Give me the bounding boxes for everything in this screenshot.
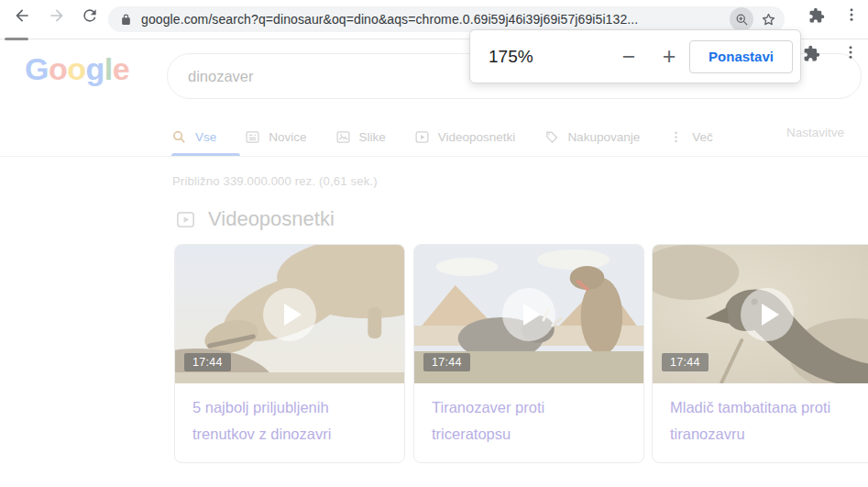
video-card[interactable]: 17:44 5 najbolj priljubljenih trenutkov …	[174, 244, 405, 463]
newspaper-icon	[245, 129, 260, 145]
tab-label: Vse	[195, 130, 216, 144]
extensions-icon[interactable]	[808, 7, 825, 24]
video-title-link[interactable]: 5 najbolj priljubljenih trenutkov z dino…	[175, 383, 404, 448]
zoom-popup: 175% − + Ponastavi	[469, 29, 801, 83]
videos-section-header: Videoposnetki	[175, 207, 335, 231]
video-thumbnail[interactable]: 17:44	[175, 245, 404, 383]
browser-window: google.com/search?q=dinosaur&oq=dino&aqs…	[0, 0, 868, 487]
play-button-overlay[interactable]	[502, 288, 555, 341]
settings-link[interactable]: Nastavitve	[786, 126, 844, 139]
tabs-divider	[0, 156, 868, 157]
tab-label: Več	[692, 130, 713, 144]
tab-label: Videoposnetki	[438, 130, 516, 144]
address-bar[interactable]: google.com/search?q=dinosaur&oq=dino&aqs…	[108, 6, 785, 32]
tab-all[interactable]: Vse	[171, 129, 216, 145]
refresh-icon[interactable]	[81, 6, 99, 25]
logo-letter: G	[25, 51, 49, 86]
tab-label: Slike	[359, 130, 386, 144]
logo-letter: e	[113, 51, 129, 86]
video-title-link[interactable]: Tiranozaver proti triceratopsu	[414, 383, 643, 448]
search-icon	[171, 129, 187, 145]
play-button-overlay[interactable]	[263, 288, 316, 341]
play-box-icon	[175, 209, 196, 230]
forward-icon[interactable]	[48, 6, 66, 25]
bookmark-star-icon[interactable]	[760, 11, 777, 28]
tab-shopping[interactable]: Nakupovanje	[544, 129, 640, 145]
logo-letter: o	[49, 51, 67, 86]
logo-letter: o	[67, 51, 85, 86]
tab-more[interactable]: Več	[668, 129, 713, 145]
url-text: google.com/search?q=dinosaur&oq=dino&aqs…	[141, 12, 730, 27]
image-icon	[335, 129, 351, 145]
video-duration-badge: 17:44	[423, 353, 470, 371]
zoom-out-button[interactable]: −	[609, 45, 649, 68]
video-thumbnail[interactable]: 17:44	[414, 245, 643, 383]
video-card[interactable]: 17:44 Tiranozaver proti triceratopsu	[413, 244, 644, 463]
search-tabs: Vse Novice Slike Videoposnetki Nakupovan…	[171, 120, 713, 153]
play-triangle-icon	[762, 304, 779, 326]
price-tag-icon	[544, 129, 559, 145]
video-card[interactable]: 17:44 Mladič tambatitana proti tiranozav…	[652, 244, 868, 463]
zoom-level-value: 175%	[489, 47, 533, 67]
play-triangle-icon	[523, 304, 541, 326]
video-icon	[414, 129, 430, 145]
back-icon[interactable]	[13, 6, 31, 25]
video-thumbnail[interactable]: 17:44	[653, 245, 868, 383]
extensions-icon-secondary[interactable]	[803, 45, 820, 62]
video-duration-badge: 17:44	[184, 353, 231, 371]
google-logo[interactable]: Google	[25, 51, 129, 87]
zoom-in-button[interactable]: +	[649, 45, 689, 68]
video-duration-badge: 17:44	[662, 353, 709, 371]
result-stats: Približno 339.000.000 rez. (0,61 sek.)	[172, 174, 378, 188]
zoom-indicator-icon[interactable]	[730, 7, 753, 31]
play-button-overlay[interactable]	[741, 288, 794, 341]
tab-videos[interactable]: Videoposnetki	[414, 129, 516, 145]
zoom-reset-button[interactable]: Ponastavi	[689, 40, 793, 73]
more-dots-icon	[668, 129, 684, 145]
browser-menu-icon[interactable]	[843, 6, 860, 25]
tab-news[interactable]: Novice	[245, 129, 306, 145]
tab-label: Nakupovanje	[567, 130, 640, 144]
lock-icon	[120, 14, 132, 26]
tab-images[interactable]: Slike	[335, 129, 386, 145]
search-query-text: dinozaver	[188, 68, 254, 85]
logo-letter: l	[104, 51, 113, 86]
menu-icon-secondary[interactable]	[842, 44, 859, 63]
logo-letter: g	[86, 51, 104, 86]
videos-section-title: Videoposnetki	[208, 207, 335, 231]
tab-label: Novice	[269, 130, 306, 144]
video-title-link[interactable]: Mladič tambatitana proti tiranozavru	[653, 383, 868, 448]
divider-accent-dash	[5, 38, 28, 40]
play-triangle-icon	[284, 304, 302, 326]
